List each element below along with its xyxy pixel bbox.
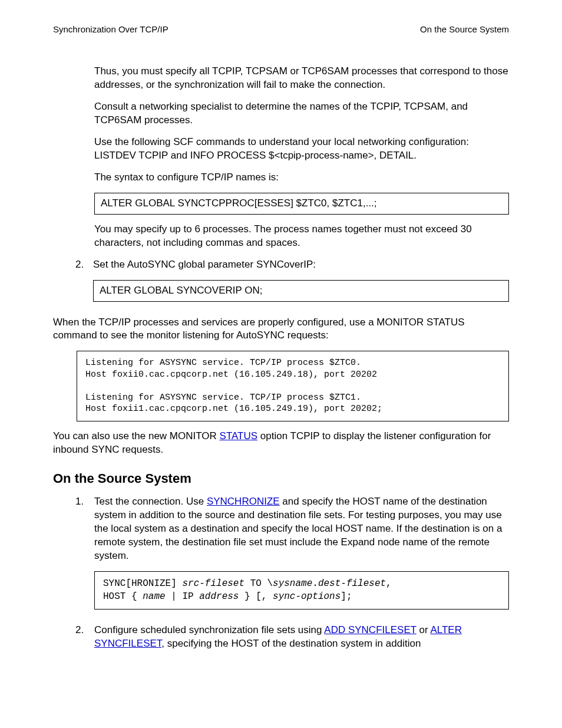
status-link[interactable]: STATUS [220, 430, 258, 442]
syntax-box: ALTER GLOBAL SYNCOVERIP ON; [93, 280, 509, 302]
page-header: Synchronization Over TCP/IP On the Sourc… [53, 24, 509, 35]
section-heading: On the Source System [53, 470, 509, 487]
list-number: 2. [75, 258, 93, 310]
text: Test the connection. Use [94, 496, 207, 507]
synchronize-link[interactable]: SYNCHRONIZE [207, 496, 280, 507]
list-number: 2. [75, 624, 94, 659]
header-left: Synchronization Over TCP/IP [53, 24, 168, 35]
list-text: Set the AutoSYNC global parameter SYNCov… [93, 258, 509, 272]
paragraph: Use the following SCF commands to unders… [94, 136, 509, 163]
list-number: 1. [75, 495, 94, 618]
syntax-box: ALTER GLOBAL SYNCTCPPROC[ESSES] $ZTC0, $… [94, 193, 509, 215]
paragraph: You may specify up to 6 processes. The p… [94, 223, 509, 250]
syntax-box: SYNC[HRONIZE] src-fileset TO \sysname.de… [94, 571, 509, 610]
list-text: Test the connection. Use SYNCHRONIZE and… [94, 495, 509, 563]
text: or [416, 624, 431, 635]
text: Configure scheduled synchronization file… [94, 624, 324, 635]
list-item: 2. Configure scheduled synchronization f… [94, 624, 509, 659]
add-syncfileset-link[interactable]: ADD SYNCFILESET [324, 624, 416, 635]
list-text: Configure scheduled synchronization file… [94, 624, 509, 651]
text: , specifying the HOST of the destination… [161, 638, 421, 649]
header-right: On the Source System [420, 24, 509, 35]
paragraph: When the TCP/IP processes and services a… [53, 316, 509, 343]
paragraph: Consult a networking specialist to deter… [94, 100, 509, 127]
list-item: 2. Set the AutoSYNC global parameter SYN… [75, 258, 509, 310]
paragraph: The syntax to configure TCP/IP names is: [94, 171, 509, 185]
text: You can also use the new MONITOR [53, 430, 220, 442]
list-item: 1. Test the connection. Use SYNCHRONIZE … [94, 495, 509, 618]
output-box: Listening for ASYSYNC service. TCP/IP pr… [77, 351, 509, 421]
paragraph: Thus, you must specify all TCPIP, TCPSAM… [94, 65, 509, 92]
paragraph: You can also use the new MONITOR STATUS … [53, 430, 509, 457]
